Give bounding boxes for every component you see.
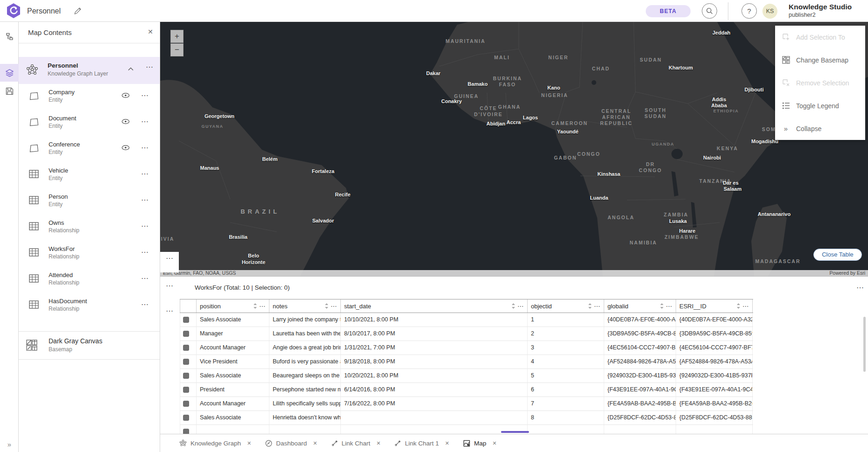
map-view[interactable]: MAURITANIAMALINIGERCHADSUDANBURKINAFASOG… [160,22,868,276]
layer-name: Attended [49,271,73,278]
row-checkbox[interactable] [183,345,189,351]
search-button[interactable] [702,3,717,19]
close-panel-icon[interactable]: ✕ [148,28,153,35]
column-options-icon[interactable]: ⋯ [742,303,749,309]
header-gutter-options-icon[interactable]: ⋯ [166,307,174,315]
column-header-notes[interactable]: notes ⋯ [269,299,341,313]
table-row[interactable]: President Persephone started new metal o… [180,383,753,397]
visibility-eye-icon[interactable] [121,145,130,150]
tab-link-chart-1[interactable]: Link Chart 1 ✕ [395,440,449,447]
close-tab-icon[interactable]: ✕ [445,440,449,446]
row-checkbox[interactable] [183,317,189,323]
edit-title-pencil-icon[interactable] [74,7,82,15]
table-overflow-icon[interactable]: ⋯ [856,284,864,292]
row-checkbox[interactable] [183,387,189,393]
expand-rail-button[interactable]: » [0,438,19,450]
column-header-objectid[interactable]: objectid ⋯ [528,299,604,313]
layer-list-item[interactable]: Company Entity ⋯ [19,84,160,110]
layer-list-item[interactable]: Person Entity ⋯ [19,188,160,215]
layer-group-personnel[interactable]: Personnel Knowledge Graph Layer ⋯ [19,57,160,84]
layer-list-item[interactable]: Vehicle Entity ⋯ [19,162,160,188]
layer-list-item[interactable]: WorksFor Relationship ⋯ [19,241,160,267]
zoom-out-button[interactable]: − [170,43,183,56]
menu-toggle-legend[interactable]: Toggle Legend [775,94,865,117]
table-panel-options-icon[interactable]: ⋯ [166,282,174,290]
layer-group-options-icon[interactable]: ⋯ [146,63,154,71]
row-checkbox[interactable] [183,331,189,337]
column-header-esri-id[interactable]: ESRI__ID ⋯ [676,299,753,313]
menu-change-basemap[interactable]: Change Basemap [775,49,865,71]
sort-icon[interactable] [511,303,515,309]
layer-options-icon[interactable]: ⋯ [141,92,149,99]
table-row[interactable]: Vice President Buford is very passionate… [180,355,753,369]
row-checkbox[interactable] [183,429,189,434]
layer-list-item[interactable]: Conference Entity ⋯ [19,136,160,162]
column-options-icon[interactable]: ⋯ [517,303,524,309]
layer-options-icon[interactable]: ⋯ [141,118,149,125]
sort-icon[interactable] [736,303,741,309]
layer-options-icon[interactable]: ⋯ [141,144,149,152]
layer-options-icon[interactable]: ⋯ [141,170,149,178]
tab-knowledge-graph[interactable]: Knowledge Graph ✕ [179,439,251,447]
table-row[interactable]: Manager Lauretta has been with the comp.… [180,327,753,341]
layer-list-item[interactable]: Document Entity ⋯ [19,110,160,136]
table-row[interactable]: Sales Associate Larry joined the company… [180,313,753,327]
column-header-start-date[interactable]: start_date ⋯ [341,299,528,313]
sort-icon[interactable] [588,303,592,309]
menu-add-selection-to[interactable]: Add Selection To [775,26,865,49]
row-checkbox[interactable] [183,415,189,421]
data-model-button[interactable] [0,28,19,46]
table-row[interactable] [180,425,753,434]
layer-options-icon[interactable]: ⋯ [141,301,149,308]
column-options-icon[interactable]: ⋯ [666,303,673,309]
row-checkbox[interactable] [183,401,189,407]
zoom-in-button[interactable]: + [170,30,183,43]
collapse-group-chevron-icon[interactable] [128,67,134,71]
layer-options-icon[interactable]: ⋯ [141,223,149,230]
gutter-overflow-icon[interactable]: ⋯ [166,255,174,262]
visibility-eye-icon[interactable] [121,93,130,98]
column-options-icon[interactable]: ⋯ [331,303,338,309]
layer-list-item[interactable]: Attended Relationship ⋯ [19,267,160,293]
user-avatar[interactable]: KS [762,4,777,19]
sort-icon[interactable] [253,303,257,309]
sort-icon[interactable] [660,303,664,309]
menu-collapse[interactable]: » Collapse [775,117,865,140]
select-all-header-cell [180,299,197,313]
map-contents-button[interactable] [0,64,19,82]
close-tab-icon[interactable]: ✕ [313,440,317,446]
basemap-list-item[interactable]: Dark Gray Canvas Basemap [19,331,160,360]
column-options-icon[interactable]: ⋯ [594,303,601,309]
save-button[interactable] [0,82,19,100]
close-tab-icon[interactable]: ✕ [376,440,381,446]
close-tab-icon[interactable]: ✕ [493,440,497,446]
horizontal-scrollbar-thumb[interactable] [501,431,529,433]
layer-options-icon[interactable]: ⋯ [141,275,149,282]
table-layer-icon [29,300,39,309]
column-header-position[interactable]: position ⋯ [197,299,269,313]
layer-options-icon[interactable]: ⋯ [141,249,149,256]
close-tab-icon[interactable]: ✕ [247,440,251,446]
table-row[interactable]: Sales Associate Beauregard sleeps on the… [180,369,753,383]
tab-link-chart[interactable]: Link Chart ✕ [332,440,381,447]
tab-dashboard[interactable]: Dashboard ✕ [265,440,317,447]
column-header-globalid[interactable]: globalid ⋯ [604,299,676,313]
row-checkbox[interactable] [183,373,189,379]
visibility-eye-icon[interactable] [121,119,130,124]
menu-remove-selection[interactable]: Remove Selection [775,71,865,94]
layer-list-item[interactable]: HasDocument Relationship ⋯ [19,293,160,319]
tab-map[interactable]: Map ✕ [463,440,496,447]
layer-list-item[interactable]: Owns Relationship ⋯ [19,215,160,241]
column-options-icon[interactable]: ⋯ [259,303,266,309]
table-row[interactable]: Sales Associate Henrietta doesn't know w… [180,411,753,425]
vertical-scrollbar-thumb[interactable] [863,317,866,372]
knowledge-studio-logo-icon[interactable] [6,3,21,19]
row-checkbox[interactable] [183,359,189,365]
table-row[interactable]: Account Manager Lilith specifically sell… [180,397,753,411]
table-row[interactable]: Account Manager Angie does a great job b… [180,341,753,355]
table-title: WorksFor (Total: 10 | Selection: 0) [195,284,290,291]
layer-options-icon[interactable]: ⋯ [141,196,149,204]
help-button[interactable]: ? [741,3,757,19]
sort-icon[interactable] [325,303,329,309]
close-table-button[interactable]: Close Table [813,249,862,261]
